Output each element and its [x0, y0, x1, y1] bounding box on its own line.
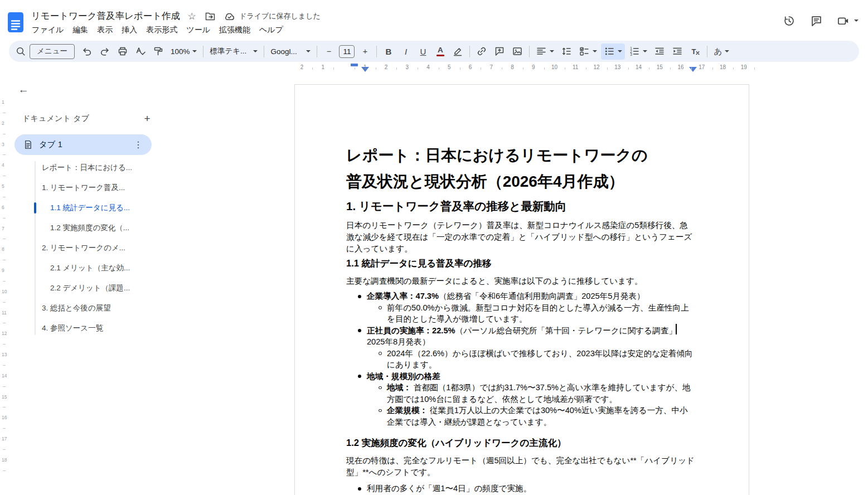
- numbered-list-button[interactable]: 1 2 3: [626, 43, 650, 60]
- menu-tools[interactable]: ツール: [182, 23, 215, 36]
- decrease-indent-button[interactable]: [651, 43, 668, 60]
- ruler-tick: [712, 67, 713, 70]
- version-history-button[interactable]: [779, 11, 799, 30]
- menu-extensions[interactable]: 拡張機能: [215, 23, 255, 36]
- increase-indent-button[interactable]: [669, 43, 686, 60]
- link-icon: [476, 46, 487, 57]
- vertical-ruler[interactable]: 123456789101112131415161718: [0, 74, 8, 495]
- toolbar-divider: [707, 46, 707, 57]
- print-button[interactable]: [114, 43, 131, 60]
- tab-overflow-menu-icon[interactable]: ⋮: [132, 139, 144, 151]
- ruler-number: 16: [677, 64, 683, 70]
- paint-format-button[interactable]: [150, 43, 167, 60]
- google-docs-logo-icon[interactable]: [7, 12, 24, 33]
- outline-item[interactable]: レポート：日本における...: [8, 158, 164, 178]
- increase-font-size-button[interactable]: +: [357, 43, 373, 60]
- zoom-select[interactable]: 100%: [168, 43, 200, 60]
- ruler-tick: [565, 67, 565, 70]
- doc-list-item[interactable]: 前年の50.0%から微減。新型コロナ対応を目的とした導入が減る一方、生産性向上を…: [346, 302, 695, 325]
- search-menus-button[interactable]: メニュー: [15, 44, 75, 59]
- doc-list-item[interactable]: 地域： 首都圏（1都3県）では約31.7%〜37.5%と高い水準を維持しています…: [346, 382, 695, 405]
- outline-item[interactable]: 2. リモートワークのメ...: [8, 238, 164, 258]
- input-tools-button[interactable]: あ: [711, 43, 732, 60]
- insert-image-button[interactable]: [509, 43, 526, 60]
- heading-1-2[interactable]: 1.2 実施頻度の変化（ハイブリッドワークの主流化）: [346, 436, 695, 449]
- add-tab-button[interactable]: +: [140, 111, 154, 126]
- text-color-button[interactable]: A: [432, 43, 448, 60]
- ruler-number: 12: [2, 331, 7, 336]
- insert-link-button[interactable]: [473, 43, 490, 60]
- outline-item[interactable]: 2.1 メリット（主な効...: [8, 258, 164, 278]
- ruler-tick: [3, 428, 6, 429]
- tab-item-selected[interactable]: タブ 1 ⋮: [14, 134, 152, 155]
- outline-item[interactable]: 2.2 デメリット（課題...: [8, 278, 164, 298]
- paragraph-3[interactable]: 現在の特徴は、完全なフルリモート（週5回以上）でも、完全な出社でもない**「ハイ…: [346, 455, 695, 478]
- save-status-button[interactable]: ドライブに保存しました: [224, 11, 321, 22]
- toolbar-divider: [376, 46, 377, 57]
- line-spacing-button[interactable]: [558, 43, 575, 60]
- star-icon[interactable]: ☆: [185, 9, 198, 23]
- comments-button[interactable]: [806, 11, 826, 30]
- doc-list-item[interactable]: 地域・規模別の格差: [346, 371, 695, 382]
- ruler-tick: [460, 67, 460, 70]
- menu-file[interactable]: ファイル: [27, 23, 68, 36]
- checklist-button[interactable]: [576, 43, 600, 60]
- doc-list-item[interactable]: 2024年（22.6%）からほぼ横ばいで推移しており、2023年以降は安定的な定…: [346, 348, 695, 371]
- paragraph-1[interactable]: 日本のリモートワーク（テレワーク）普及率は、新型コロナウイルス感染症の5類移行後…: [346, 220, 695, 255]
- doc-list-item[interactable]: 企業導入率：47.3%（総務省「令和6年通信利用動向調査」2025年5月発表）: [346, 290, 695, 302]
- video-camera-icon: [837, 14, 850, 27]
- undo-button[interactable]: [79, 43, 95, 60]
- back-button[interactable]: ←: [16, 82, 31, 98]
- ruler-number: 16: [2, 415, 7, 420]
- meet-video-button[interactable]: [833, 11, 861, 30]
- outline-item[interactable]: 1.2 実施頻度の変化（...: [8, 218, 164, 238]
- doc-list-item[interactable]: 企業規模： 従業員1万人以上の大企業では30%〜40%近い実施率を誇る一方、中小…: [346, 405, 695, 428]
- heading-1-1[interactable]: 1.1 統計データに見る普及率の推移: [346, 257, 695, 269]
- paragraph-style-select[interactable]: 標準テキ...: [207, 43, 260, 60]
- ruler-number: 8: [511, 64, 514, 70]
- doc-list-item[interactable]: 利用者の多くが「週1〜4日」の頻度で実施。: [346, 483, 695, 494]
- menu-edit[interactable]: 編集: [68, 23, 93, 36]
- menu-format[interactable]: 表示形式: [142, 23, 182, 36]
- underline-button[interactable]: U: [415, 43, 431, 60]
- doc-title-heading[interactable]: レポート：日本におけるリモートワークの 普及状況と現状分析（2026年4月作成）: [346, 142, 695, 195]
- italic-button[interactable]: I: [397, 43, 414, 60]
- outline-item[interactable]: 3. 総括と今後の展望: [8, 298, 164, 318]
- highlight-color-button[interactable]: [449, 43, 466, 60]
- heading-1[interactable]: 1. リモートワーク普及率の推移と最新動向: [346, 198, 695, 213]
- ruler-tick: [3, 239, 6, 239]
- paragraph-2[interactable]: 主要な調査機関の最新データによると、実施率は以下のように推移しています。: [346, 275, 695, 287]
- font-size-input[interactable]: [339, 45, 355, 58]
- add-comment-button[interactable]: [491, 43, 508, 60]
- menu-help[interactable]: ヘルプ: [255, 23, 288, 36]
- panel-title: ドキュメント タブ: [22, 114, 89, 124]
- menu-view[interactable]: 表示: [93, 23, 117, 36]
- align-button[interactable]: [533, 43, 557, 60]
- line-spacing-icon: [561, 46, 572, 57]
- doc-list-item[interactable]: 正社員の実施率：22.5%（パーソル総合研究所「第十回・テレワークに関する調査」…: [346, 325, 695, 348]
- document-title[interactable]: リモートワーク普及率レポート作成: [31, 10, 180, 22]
- move-folder-icon[interactable]: [203, 9, 217, 23]
- bold-button[interactable]: B: [380, 43, 396, 60]
- decrease-font-size-button[interactable]: −: [321, 43, 337, 60]
- redo-button[interactable]: [96, 43, 113, 60]
- horizontal-ruler[interactable]: 2112345678910111213141516171819: [0, 62, 868, 73]
- chevron-down-icon: [192, 50, 197, 52]
- font-family-select[interactable]: Googl...: [268, 43, 313, 60]
- ruler-number: 15: [657, 64, 663, 70]
- document-page[interactable]: レポート：日本におけるリモートワークの 普及状況と現状分析（2026年4月作成）…: [294, 84, 749, 495]
- spell-check-button[interactable]: [132, 43, 149, 60]
- toolbar-divider: [469, 46, 470, 57]
- menu-insert[interactable]: 挿入: [117, 23, 142, 36]
- highlighter-icon: [452, 46, 463, 57]
- right-indent-marker[interactable]: [689, 67, 697, 72]
- clear-formatting-button[interactable]: T: [687, 43, 704, 60]
- doc-list-item-bold-text: 企業導入率：47.3%: [367, 292, 439, 300]
- first-line-indent-marker[interactable]: [351, 64, 358, 66]
- outline-item[interactable]: 4. 参照ソース一覧: [8, 318, 164, 338]
- outline-item[interactable]: 1. リモートワーク普及...: [8, 178, 164, 198]
- outline-item[interactable]: 1.1 統計データに見る...: [8, 198, 164, 218]
- doc-list-item-bold-text: 地域：: [387, 383, 411, 392]
- ruler-number: 2: [385, 64, 388, 70]
- bulleted-list-button[interactable]: [601, 43, 625, 60]
